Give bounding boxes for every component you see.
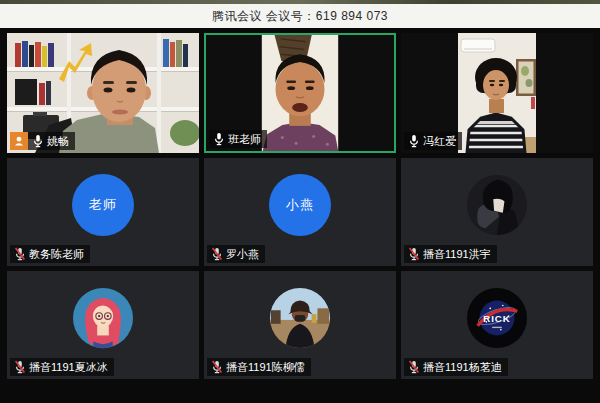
participant-name: 班老师 xyxy=(228,132,261,146)
participant-tile-yangmingdi[interactable]: RICK 播音1191杨茗迪 xyxy=(401,271,593,379)
avatar xyxy=(466,174,528,236)
meeting-stage: 姚畅 xyxy=(0,28,600,403)
name-label: 罗小燕 xyxy=(207,245,265,263)
participant-tile-jiaowu-chenlaoshi[interactable]: 老师 教务陈老师 xyxy=(7,158,199,266)
participant-tile-luoxiaoyan[interactable]: 小燕 罗小燕 xyxy=(204,158,396,266)
mic-muted-icon xyxy=(14,247,26,261)
participant-tile-fenghongai[interactable]: 冯红爱 xyxy=(401,33,593,153)
name-label: 播音1191夏冰冰 xyxy=(10,358,114,376)
name-label: 播音1191杨茗迪 xyxy=(404,358,508,376)
avatar xyxy=(72,287,134,349)
participant-name: 播音1191杨茗迪 xyxy=(423,360,502,374)
name-label: 教务陈老师 xyxy=(10,245,90,263)
host-badge xyxy=(10,132,28,150)
participant-tile-chenliuru[interactable]: 播音1191陈柳儒 xyxy=(204,271,396,379)
titlebar[interactable]: 腾讯会议 会议号：619 894 073 xyxy=(0,4,600,28)
participant-tile-xiabingbing[interactable]: 播音1191夏冰冰 xyxy=(7,271,199,379)
participant-name: 播音1191洪宇 xyxy=(423,247,491,261)
mic-on-icon xyxy=(408,134,420,148)
participant-name: 姚畅 xyxy=(47,134,69,148)
name-label: 班老师 xyxy=(209,130,267,148)
avatar-logo-text: RICK xyxy=(483,313,511,324)
avatar: 老师 xyxy=(72,174,134,236)
mic-muted-icon xyxy=(408,360,420,374)
avatar: 小燕 xyxy=(269,174,331,236)
participant-tile-yaochang[interactable]: 姚畅 xyxy=(7,33,199,153)
participant-name: 冯红爱 xyxy=(423,134,456,148)
avatar-text: 老师 xyxy=(89,196,117,214)
participant-tile-banlaoshi[interactable]: 班老师 xyxy=(204,33,396,153)
participant-tile-hongyu[interactable]: 播音1191洪宇 xyxy=(401,158,593,266)
participant-name: 教务陈老师 xyxy=(29,247,84,261)
name-label: 播音1191陈柳儒 xyxy=(207,358,311,376)
avatar: RICK xyxy=(466,287,528,349)
mic-on-icon xyxy=(213,132,225,146)
avatar xyxy=(269,287,331,349)
mic-muted-icon xyxy=(211,247,223,261)
person-icon xyxy=(13,135,25,147)
video-grid: 姚畅 xyxy=(7,33,593,379)
name-label: 冯红爱 xyxy=(404,132,462,150)
participant-name: 播音1191夏冰冰 xyxy=(29,360,108,374)
meeting-title: 腾讯会议 会议号：619 894 073 xyxy=(212,8,388,25)
participant-name: 播音1191陈柳儒 xyxy=(226,360,305,374)
name-label: 播音1191洪宇 xyxy=(404,245,497,263)
mic-muted-icon xyxy=(408,247,420,261)
mic-on-icon xyxy=(32,134,44,148)
meeting-window: 腾讯会议 会议号：619 894 073 xyxy=(0,0,600,403)
participant-name: 罗小燕 xyxy=(226,247,259,261)
avatar-text: 小燕 xyxy=(286,196,314,214)
mic-muted-icon xyxy=(211,360,223,374)
mic-muted-icon xyxy=(14,360,26,374)
name-label: 姚畅 xyxy=(28,132,75,150)
